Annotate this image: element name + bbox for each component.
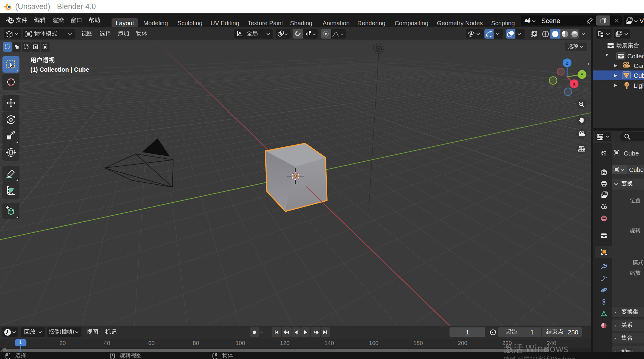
- svg-text:Z: Z: [566, 61, 569, 66]
- svg-text:Y: Y: [580, 72, 584, 77]
- svg-text:X: X: [573, 82, 576, 87]
